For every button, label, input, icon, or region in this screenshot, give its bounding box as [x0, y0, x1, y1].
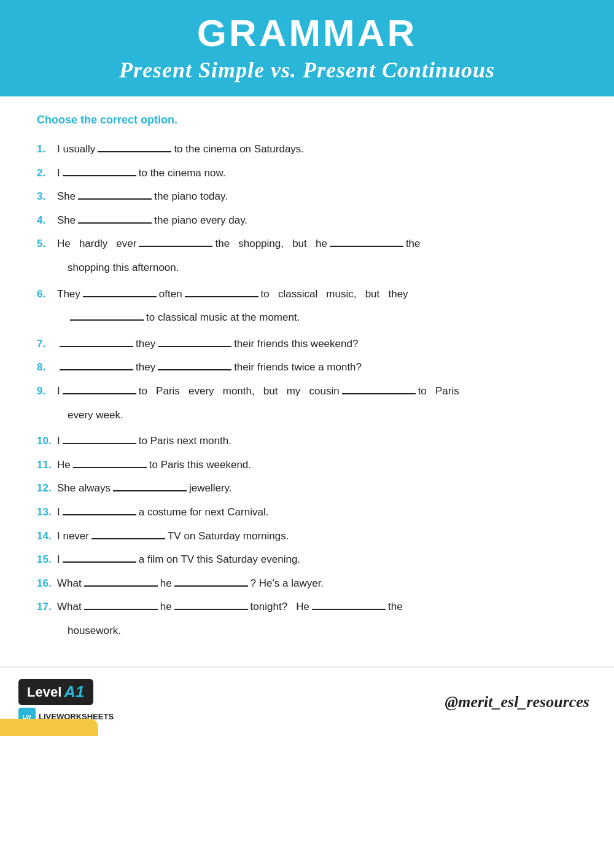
- page-title: GRAMMAR: [18, 11, 596, 55]
- q9-number: 9.: [37, 382, 54, 401]
- question-13: 13. I a costume for next Carnival.: [37, 503, 577, 522]
- footer-left: Level A1 LW LIVEWORKSHEETS: [18, 679, 114, 725]
- q5-number: 5.: [37, 235, 54, 254]
- q17-blank3[interactable]: [312, 598, 386, 610]
- q16-blank1[interactable]: [84, 574, 158, 587]
- question-17-cont: housework.: [37, 622, 577, 641]
- q2-blank1[interactable]: [63, 164, 136, 176]
- question-3: 3. She the piano today.: [37, 187, 577, 206]
- question-6: 6. They often to classical music, but th…: [37, 285, 577, 304]
- q15-number: 15.: [37, 550, 54, 569]
- question-16: 16. What he ? He's a lawyer.: [37, 574, 577, 593]
- question-5-cont: shopping this afternoon.: [37, 259, 577, 278]
- question-8: 8. they their friends twice a month?: [37, 358, 577, 377]
- q8-blank1[interactable]: [60, 358, 133, 370]
- q13-blank1[interactable]: [63, 503, 136, 515]
- question-9-cont: every week.: [37, 406, 577, 425]
- q17-blank1[interactable]: [84, 598, 158, 610]
- q6-blank3[interactable]: [70, 308, 144, 321]
- q6-blank2[interactable]: [185, 285, 258, 297]
- q8-number: 8.: [37, 358, 54, 377]
- q7-blank2[interactable]: [158, 335, 231, 347]
- q4-blank1[interactable]: [78, 211, 152, 224]
- question-12: 12. She always jewellery.: [37, 479, 577, 498]
- q1-blank1[interactable]: [98, 140, 171, 152]
- q12-number: 12.: [37, 479, 54, 498]
- question-4: 4. She the piano every day.: [37, 211, 577, 230]
- question-1: 1. I usually to the cinema on Saturdays.: [37, 140, 577, 159]
- q3-number: 3.: [37, 187, 54, 206]
- q12-blank1[interactable]: [113, 479, 187, 491]
- content-area: Choose the correct option. 1. I usually …: [0, 96, 614, 660]
- question-9: 9. I to Paris every month, but my cousin…: [37, 382, 577, 401]
- q2-number: 2.: [37, 164, 54, 183]
- social-handle: @merit_esl_resources: [445, 693, 589, 711]
- question-11: 11. He to Paris this weekend.: [37, 456, 577, 475]
- level-value: A1: [64, 682, 84, 702]
- question-5: 5. He hardly ever the shopping, but he t…: [37, 235, 577, 254]
- q10-blank1[interactable]: [63, 432, 136, 444]
- q4-number: 4.: [37, 211, 54, 230]
- q3-blank1[interactable]: [78, 187, 152, 200]
- q16-number: 16.: [37, 574, 54, 593]
- q17-number: 17.: [37, 598, 54, 617]
- question-14: 14. I never TV on Saturday mornings.: [37, 527, 577, 546]
- q17-blank2[interactable]: [174, 598, 248, 610]
- q7-blank1[interactable]: [60, 335, 133, 347]
- q6-number: 6.: [37, 285, 54, 304]
- q14-blank1[interactable]: [91, 527, 165, 539]
- question-6-cont: to classical music at the moment.: [37, 308, 577, 327]
- question-2: 2. I to the cinema now.: [37, 164, 577, 183]
- q13-number: 13.: [37, 503, 54, 522]
- q15-blank1[interactable]: [63, 550, 136, 563]
- yellow-tab-decoration: [0, 719, 98, 736]
- q1-number: 1.: [37, 140, 54, 159]
- q5-blank2[interactable]: [330, 235, 403, 247]
- q7-number: 7.: [37, 335, 54, 354]
- q5-blank1[interactable]: [139, 235, 212, 247]
- page-subtitle: Present Simple vs. Present Continuous: [18, 57, 596, 83]
- q6-blank1[interactable]: [83, 285, 157, 297]
- q8-blank2[interactable]: [158, 358, 231, 370]
- question-10: 10. I to Paris next month.: [37, 432, 577, 451]
- footer: Level A1 LW LIVEWORKSHEETS @merit_esl_re…: [0, 666, 614, 736]
- q9-blank2[interactable]: [342, 382, 416, 394]
- q11-number: 11.: [37, 456, 54, 475]
- q16-blank2[interactable]: [174, 574, 248, 587]
- question-7: 7. they their friends this weekend?: [37, 335, 577, 354]
- q10-number: 10.: [37, 432, 54, 451]
- q11-blank1[interactable]: [73, 456, 147, 468]
- level-label: Level: [27, 684, 61, 700]
- question-17: 17. What he tonight? He the: [37, 598, 577, 617]
- q14-number: 14.: [37, 527, 54, 546]
- q9-blank1[interactable]: [63, 382, 136, 394]
- level-badge: Level A1: [18, 679, 93, 705]
- question-15: 15. I a film on TV this Saturday evening…: [37, 550, 577, 569]
- instruction-text: Choose the correct option.: [37, 114, 577, 127]
- header: GRAMMAR Present Simple vs. Present Conti…: [0, 0, 614, 96]
